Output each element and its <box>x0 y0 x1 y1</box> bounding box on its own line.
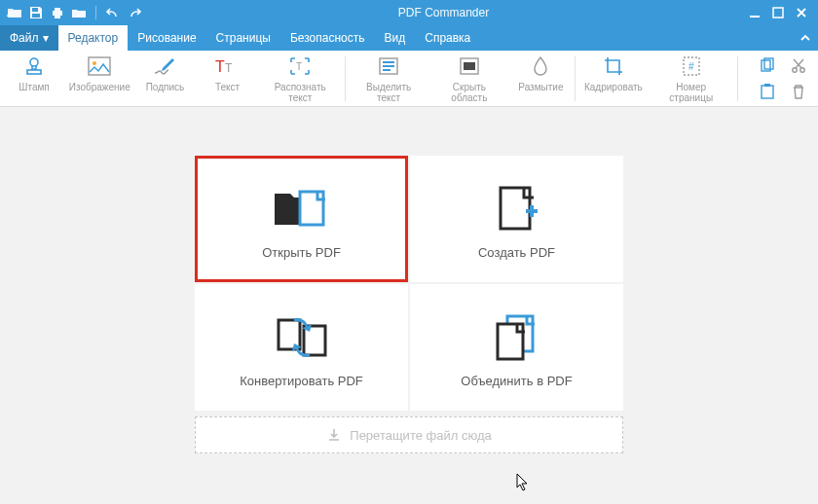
menu-view[interactable]: Вид <box>375 25 416 51</box>
blur-icon <box>531 54 550 78</box>
svg-rect-19 <box>464 62 475 70</box>
menu-file-label: Файл <box>10 31 39 45</box>
merge-pdf-card[interactable]: Объединить в PDF <box>410 284 623 411</box>
hide-button[interactable]: Скрыть область <box>435 54 502 103</box>
svg-rect-26 <box>762 86 773 98</box>
menu-drawing-label: Рисование <box>137 31 196 45</box>
svg-point-7 <box>30 58 38 66</box>
svg-point-24 <box>793 67 797 71</box>
svg-rect-27 <box>764 84 770 87</box>
svg-text:#: # <box>688 61 694 72</box>
text-button[interactable]: TT Текст <box>203 54 251 92</box>
crop-button[interactable]: Кадрировать <box>585 54 641 92</box>
menu-editor-label: Редактор <box>68 31 119 45</box>
menu-security-label: Безопасность <box>290 31 365 45</box>
create-pdf-label: Создать PDF <box>478 245 555 260</box>
svg-rect-33 <box>498 324 523 359</box>
folder-icon[interactable] <box>70 4 88 21</box>
download-icon <box>326 427 342 443</box>
undo-icon[interactable] <box>104 4 122 21</box>
blur-label: Размытие <box>518 82 563 92</box>
highlight-icon <box>378 54 399 78</box>
svg-rect-4 <box>55 15 60 18</box>
image-button[interactable]: Изображение <box>72 54 127 92</box>
menubar: Файл ▾ Редактор Рисование Страницы Безоп… <box>0 25 818 51</box>
svg-rect-15 <box>383 61 394 63</box>
start-panel: Открыть PDF Создать PDF <box>195 156 623 453</box>
highlight-label: Выделить текст <box>355 82 422 103</box>
copy-icon[interactable] <box>758 56 777 76</box>
svg-rect-3 <box>55 8 60 11</box>
toolbar-separator <box>575 56 576 101</box>
open-pdf-card[interactable]: Открыть PDF <box>195 156 408 282</box>
stamp-icon <box>23 54 45 78</box>
delete-icon[interactable] <box>789 82 808 101</box>
convert-icon <box>273 307 331 366</box>
chevron-down-icon: ▾ <box>43 31 49 45</box>
dropzone[interactable]: Перетащите файл сюда <box>195 416 623 453</box>
collapse-ribbon-icon[interactable] <box>793 25 818 51</box>
dropzone-label: Перетащите файл сюда <box>350 428 491 443</box>
svg-point-25 <box>800 67 804 71</box>
signature-icon <box>153 54 176 78</box>
paste-icon[interactable] <box>758 82 777 101</box>
crop-label: Кадрировать <box>584 82 643 92</box>
svg-rect-5 <box>750 16 760 18</box>
redo-icon[interactable] <box>126 4 143 21</box>
menu-drawing[interactable]: Рисование <box>128 25 205 51</box>
svg-rect-6 <box>773 8 783 18</box>
clipboard-actions <box>758 56 808 101</box>
toolbar-separator <box>737 56 738 101</box>
menu-pages-label: Страницы <box>216 31 271 45</box>
hide-icon <box>459 54 480 78</box>
menu-help-label: Справка <box>425 31 470 45</box>
pagenum-button[interactable]: # Номер страницы <box>654 54 727 103</box>
app-title: PDF Commander <box>149 6 738 19</box>
open-folder-doc-icon <box>271 179 333 237</box>
close-button[interactable] <box>795 6 808 19</box>
convert-pdf-card[interactable]: Конвертировать PDF <box>195 284 408 411</box>
highlight-button[interactable]: Выделить текст <box>355 54 422 103</box>
recognize-icon: T <box>289 54 311 78</box>
save-icon[interactable] <box>27 4 45 21</box>
svg-rect-16 <box>383 65 394 67</box>
signature-label: Подпись <box>146 82 185 92</box>
text-label: Текст <box>215 82 240 92</box>
open-pdf-label: Открыть PDF <box>262 245 341 260</box>
menu-file[interactable]: Файл ▾ <box>0 25 58 51</box>
minimize-button[interactable] <box>748 6 762 19</box>
workspace: Открыть PDF Создать PDF <box>0 107 818 504</box>
convert-pdf-label: Конвертировать PDF <box>240 374 363 388</box>
menu-editor[interactable]: Редактор <box>58 25 129 51</box>
maximize-button[interactable] <box>771 6 785 19</box>
signature-button[interactable]: Подпись <box>140 54 189 92</box>
svg-rect-8 <box>27 70 41 74</box>
merge-pdf-label: Объединить в PDF <box>461 374 572 388</box>
image-label: Изображение <box>69 82 130 92</box>
window-controls <box>738 6 818 19</box>
svg-text:T: T <box>296 61 302 72</box>
print-icon[interactable] <box>49 4 66 21</box>
create-doc-icon <box>495 179 539 237</box>
svg-rect-0 <box>32 8 38 12</box>
stamp-button[interactable]: Штамп <box>10 54 58 92</box>
menu-pages[interactable]: Страницы <box>206 25 280 51</box>
merge-icon <box>490 307 544 366</box>
cut-icon[interactable] <box>789 56 808 76</box>
crop-icon <box>603 54 624 78</box>
menu-view-label: Вид <box>385 31 406 45</box>
svg-rect-1 <box>32 14 40 18</box>
svg-text:T: T <box>225 61 233 75</box>
separator <box>95 6 96 19</box>
svg-rect-9 <box>89 57 110 75</box>
text-icon: TT <box>215 54 239 78</box>
open-folder-icon[interactable] <box>6 4 23 21</box>
toolbar: Штамп Изображение Подпись TT Текст T Рас… <box>0 51 818 107</box>
hide-label: Скрыть область <box>435 82 502 103</box>
create-pdf-card[interactable]: Создать PDF <box>410 156 623 282</box>
recognize-label: Распознать текст <box>265 82 335 103</box>
menu-security[interactable]: Безопасность <box>280 25 375 51</box>
recognize-button[interactable]: T Распознать текст <box>265 54 335 103</box>
menu-help[interactable]: Справка <box>415 25 480 51</box>
blur-button[interactable]: Размытие <box>516 54 565 92</box>
